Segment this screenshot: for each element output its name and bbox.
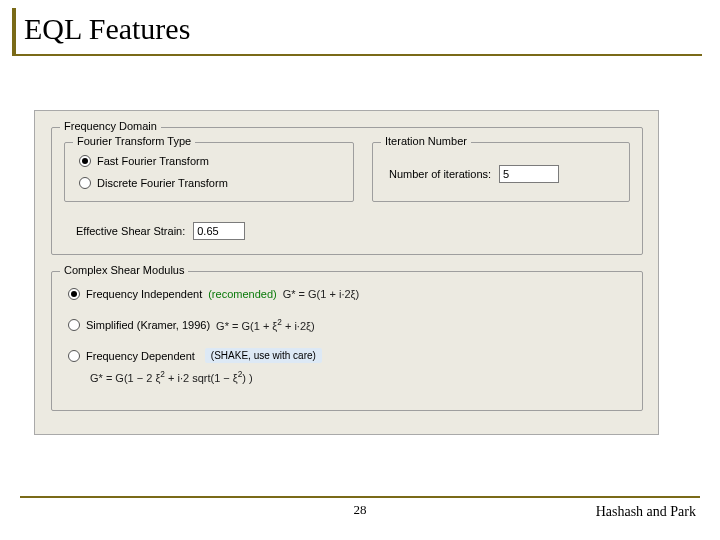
- group-complex-shear-modulus: Complex Shear Modulus Frequency Independ…: [51, 271, 643, 411]
- radio-label-fi: Frequency Independent: [86, 288, 202, 300]
- radio-freq-independent[interactable]: Frequency Independent (recomended) G* = …: [68, 288, 359, 300]
- iteration-field-label: Number of iterations:: [389, 168, 491, 180]
- formula-fi: G* = G(1 + i·2ξ): [283, 288, 359, 300]
- ess-label: Effective Shear Strain:: [76, 225, 185, 237]
- footer-rule: [20, 496, 700, 498]
- slide: EQL Features Frequency Domain Fourier Tr…: [0, 0, 720, 540]
- formula-fd: G* = G(1 − 2 ξ2 + i·2 sqrt(1 − ξ2) ): [90, 370, 253, 384]
- title-box: EQL Features: [12, 8, 702, 56]
- radio-label-fft: Fast Fourier Transform: [97, 155, 209, 167]
- radio-label-fd: Frequency Dependent: [86, 350, 195, 362]
- note-recommended: (recomended): [208, 288, 276, 300]
- dialog-panel: Frequency Domain Fourier Transform Type …: [34, 110, 659, 435]
- group-fourier-type: Fourier Transform Type Fast Fourier Tran…: [64, 142, 354, 202]
- group-label-frequency-domain: Frequency Domain: [60, 120, 161, 132]
- radio-fft[interactable]: Fast Fourier Transform: [79, 155, 209, 167]
- radio-icon: [68, 350, 80, 362]
- radio-icon: [79, 177, 91, 189]
- group-frequency-domain: Frequency Domain Fourier Transform Type …: [51, 127, 643, 255]
- group-iteration: Iteration Number Number of iterations:: [372, 142, 630, 202]
- page-title: EQL Features: [24, 12, 694, 46]
- radio-label-dft: Discrete Fourier Transform: [97, 177, 228, 189]
- radio-icon: [68, 319, 80, 331]
- radio-simplified[interactable]: Simplified (Kramer, 1996) G* = G(1 + ξ2 …: [68, 318, 315, 332]
- ess-input[interactable]: [193, 222, 245, 240]
- group-label-fourier-type: Fourier Transform Type: [73, 135, 195, 147]
- formula-fd-row: G* = G(1 − 2 ξ2 + i·2 sqrt(1 − ξ2) ): [90, 370, 253, 384]
- formula-simp: G* = G(1 + ξ2 + i·2ξ): [216, 318, 315, 332]
- radio-icon: [68, 288, 80, 300]
- iteration-input[interactable]: [499, 165, 559, 183]
- radio-dft[interactable]: Discrete Fourier Transform: [79, 177, 228, 189]
- radio-freq-dependent[interactable]: Frequency Dependent (SHAKE, use with car…: [68, 348, 322, 363]
- radio-label-simp: Simplified (Kramer, 1996): [86, 319, 210, 331]
- note-shake: (SHAKE, use with care): [205, 348, 322, 363]
- radio-icon: [79, 155, 91, 167]
- footer-authors: Hashash and Park: [596, 504, 696, 520]
- group-label-iteration: Iteration Number: [381, 135, 471, 147]
- group-label-csm: Complex Shear Modulus: [60, 264, 188, 276]
